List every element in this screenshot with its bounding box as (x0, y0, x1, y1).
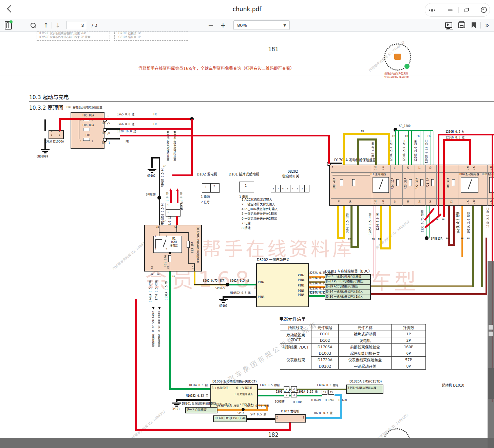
table-row: 前部线束 7DCT D1705A 前部线束保险丝盒 160P (280, 344, 426, 350)
divider (325, 290, 371, 290)
harness-tag: FR (446, 238, 449, 240)
cell: D1720A (311, 357, 338, 363)
zoom-select[interactable]: 80% ▼ (233, 20, 290, 30)
wire-segment (408, 131, 412, 165)
connector-label: IC02AF (338, 399, 348, 402)
connector-symbol (239, 182, 254, 192)
zoom-out-button[interactable]: − (208, 21, 214, 29)
wire-segment (371, 293, 487, 295)
legend-title: D101 插片式起动机 (229, 172, 259, 176)
pin: 76 (430, 200, 432, 203)
wire-segment (340, 394, 342, 419)
cell: 6P (392, 350, 426, 357)
wire-label: 1031A 0.5 绿 (189, 384, 208, 387)
divider (390, 165, 391, 206)
sidebar-toggle-icon[interactable] (5, 21, 12, 30)
print-icon[interactable] (458, 22, 465, 28)
divider (480, 22, 481, 29)
more-tools-icon[interactable]: » (485, 21, 489, 29)
table-row: 发动机线束7DCT D101 插片式起动机 1P (280, 331, 426, 337)
title-bar: chunk.pdf (0, 0, 494, 19)
next-page-icon[interactable]: ↓ (55, 22, 60, 29)
wire-segment (343, 133, 345, 165)
harness-tag: FR (442, 219, 444, 221)
pin: 30 (349, 200, 352, 203)
restore-window-icon[interactable] (464, 8, 469, 12)
page-total: / 3 (92, 23, 97, 28)
wire-segment (443, 139, 445, 217)
record-circle-icon[interactable] (481, 7, 487, 13)
pin: PIN6 (298, 290, 304, 293)
presentation-icon[interactable] (445, 22, 452, 28)
wire-segment (350, 206, 353, 248)
wire-label: 1010 2.0 绿白 (487, 208, 490, 228)
wire-segment (337, 206, 339, 239)
splice-dot (157, 196, 161, 200)
page-input[interactable] (66, 21, 86, 29)
wire-segment (371, 285, 473, 287)
wire-segment (177, 191, 178, 203)
cell: 160P (392, 344, 426, 350)
cell: 前部线束保险丝盒 (339, 344, 392, 350)
pin: 111 (375, 166, 377, 170)
fuse-symbol (83, 128, 90, 131)
box-title: D8301 车身域控制器（BDC） (325, 269, 372, 273)
pin: 4 (290, 185, 295, 192)
harness-tag: FR (405, 135, 408, 138)
minimize-icon[interactable] (448, 10, 453, 11)
zoom-in-button[interactable]: + (220, 21, 226, 29)
wire-segment (247, 418, 275, 420)
search-icon[interactable] (31, 23, 36, 28)
splice-dot (425, 236, 429, 240)
scrollbar[interactable] (488, 261, 494, 448)
pin: 115 (382, 200, 385, 204)
more-options-icon[interactable] (428, 7, 436, 13)
connector-pin: 3 (291, 392, 297, 397)
harness-tag: FR (428, 135, 430, 138)
pin: 78 (419, 200, 421, 203)
arrow-down-icon (152, 307, 155, 310)
scrollbar-mark (489, 332, 493, 336)
trace (188, 263, 195, 264)
connector-label: BPT-5 (102, 122, 110, 125)
internal-bus (79, 119, 79, 139)
legend-line: 2 信号 (201, 201, 210, 204)
wire-segment (172, 174, 193, 176)
legend-line: 2 一键启动开关背光输入 (242, 203, 275, 206)
cell: 1P (392, 331, 426, 337)
dest-label: D8300 BCU J7-13(仪表板线束) (157, 311, 160, 347)
legend-title: D102 发电机 (197, 172, 217, 176)
promo-text: 汽修帮手在线资料库会员168/年，全球车型资料免费查询（扫码右边二维码即可查看） (138, 67, 294, 71)
watermark: 汽修帮手资料库 ID: 7496002 (111, 238, 149, 271)
pin: 10 (167, 266, 170, 269)
connector-label: IC02AM (311, 399, 321, 402)
wire-segment (135, 299, 137, 431)
wire-segment (120, 128, 193, 130)
previous-page-icon[interactable]: ↑ (43, 22, 49, 29)
wire-label: S44 0.5 黑 (250, 413, 266, 416)
wire-segment (44, 138, 46, 149)
splice-dot (242, 408, 245, 411)
pin: PIN4 (298, 279, 304, 282)
cell: D1705A (311, 344, 338, 350)
pin: 2 (300, 185, 305, 192)
divider (436, 165, 437, 206)
divider (458, 165, 458, 206)
wire-segment (461, 206, 463, 257)
chevron-down-icon: ▼ (283, 23, 286, 27)
divider (415, 165, 415, 206)
pin: 1 (167, 204, 169, 207)
pin: 75 (430, 166, 432, 169)
subsection-title: 10.3.2 原理图 (29, 105, 63, 111)
wire-segment (169, 272, 171, 390)
connector-label: IC01BF (275, 400, 285, 404)
wire-segment (357, 206, 359, 248)
relay-label: R1 (172, 238, 176, 241)
pin: 129 (473, 166, 476, 170)
connector-pin: 2 (291, 386, 297, 391)
pin: 112 (375, 200, 377, 204)
wire-segment (420, 131, 423, 165)
pin: 5 (285, 185, 290, 192)
bookmark-icon[interactable] (472, 22, 476, 28)
wire-segment (380, 206, 382, 249)
